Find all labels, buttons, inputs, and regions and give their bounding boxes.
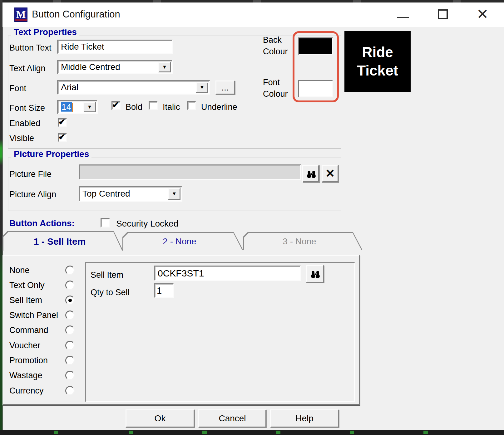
font-browse-button[interactable]: ... <box>215 81 235 95</box>
qty-to-sell-input[interactable]: 1 <box>154 283 174 298</box>
cancel-button-label: Cancel <box>199 413 265 423</box>
tab-2-none[interactable]: 2 - None <box>122 232 243 250</box>
background-left-strip <box>0 0 2 435</box>
window-title: Button Configuration <box>32 9 120 20</box>
cancel-button[interactable]: Cancel <box>198 409 266 428</box>
option-label-voucher: Voucher <box>9 341 40 350</box>
binoculars-icon <box>306 169 316 179</box>
chevron-down-icon: ▼ <box>162 64 167 70</box>
italic-label: Italic <box>163 102 180 112</box>
checkmark-icon: ✔ <box>58 117 66 127</box>
background-mark <box>54 431 58 434</box>
action-detail-box <box>85 262 355 402</box>
picture-align-value: Top Centred <box>82 189 130 199</box>
italic-checkbox[interactable] <box>149 101 158 110</box>
ok-button-label: Ok <box>126 413 194 423</box>
bold-label: Bold <box>126 102 142 112</box>
background-mark <box>202 431 207 434</box>
radio-sell-item[interactable] <box>65 296 75 305</box>
background-mark <box>129 431 133 434</box>
option-label-text-only: Text Only <box>9 281 45 290</box>
option-label-command: Command <box>9 325 48 335</box>
visible-checkbox[interactable]: ✔ <box>58 133 67 142</box>
option-label-currency: Currency <box>9 386 44 396</box>
minimize-button[interactable] <box>389 2 417 22</box>
sell-item-input[interactable]: 0CKF3ST1 <box>154 266 301 281</box>
radio-text-only[interactable] <box>65 281 75 290</box>
checkmark-icon: ✔ <box>58 132 66 142</box>
binoculars-icon <box>310 270 320 279</box>
enabled-label: Enabled <box>9 119 40 128</box>
maximize-icon <box>438 9 448 19</box>
text-align-dropdown[interactable]: Middle Centred ▼ <box>57 60 173 74</box>
clear-x-icon: ✕ <box>323 167 338 180</box>
sell-item-label: Sell Item <box>91 270 123 280</box>
button-text-value: Ride Ticket <box>61 42 104 52</box>
tab-1-sell-item[interactable]: 1 - Sell Item <box>2 231 123 251</box>
enabled-checkbox[interactable]: ✔ <box>58 118 67 127</box>
picture-file-clear-button[interactable]: ✕ <box>322 165 338 182</box>
checkmark-icon: ✔ <box>112 100 119 110</box>
tab-label: 3 - None <box>243 236 356 246</box>
close-icon: ✕ <box>477 6 489 22</box>
option-label-sell-item: Sell Item <box>9 296 42 305</box>
qty-to-sell-label: Qty to Sell <box>91 288 130 297</box>
chevron-down-icon: ▼ <box>200 85 205 90</box>
font-size-dropdown[interactable]: 14 ▼ <box>57 100 98 114</box>
button-text-label: Button Text <box>9 43 52 53</box>
picture-align-label: Picture Align <box>9 190 56 199</box>
background-bottom-strip <box>0 430 504 435</box>
radio-wastage[interactable] <box>65 371 75 380</box>
font-size-value: 14 <box>61 102 73 112</box>
sell-item-search-button[interactable] <box>306 265 324 283</box>
security-locked-label: Security Locked <box>116 219 178 228</box>
app-icon-letter: M <box>16 9 26 20</box>
picture-properties-group-title: Picture Properties <box>11 149 91 159</box>
font-colour-label: Font Colour <box>263 77 288 100</box>
tab-label: 1 - Sell Item <box>2 236 117 247</box>
background-top-strip <box>0 0 504 2</box>
picture-file-search-button[interactable] <box>302 165 319 182</box>
text-caret <box>72 103 73 112</box>
button-text-input[interactable]: Ride Ticket <box>57 40 173 54</box>
text-properties-group-title: Text Properties <box>11 27 79 37</box>
qty-to-sell-value: 1 <box>157 286 162 296</box>
security-locked-checkbox[interactable] <box>101 218 110 227</box>
bold-checkbox[interactable]: ✔ <box>111 101 121 110</box>
radio-currency[interactable] <box>65 386 75 395</box>
radio-voucher[interactable] <box>65 341 75 350</box>
picture-align-dropdown-button[interactable]: ▼ <box>168 188 180 200</box>
chevron-down-icon: ▼ <box>172 191 177 197</box>
radio-switch-panel[interactable] <box>65 310 75 320</box>
help-button[interactable]: Help <box>270 409 339 428</box>
ok-button[interactable]: Ok <box>126 409 195 428</box>
option-label-wastage: Wastage <box>9 371 42 380</box>
picture-file-label: Picture File <box>9 169 52 179</box>
underline-checkbox[interactable] <box>187 101 196 110</box>
background-mark <box>350 431 354 434</box>
radio-command[interactable] <box>65 325 75 335</box>
radio-selected-dot <box>68 299 72 302</box>
picture-align-dropdown[interactable]: Top Centred ▼ <box>79 186 182 202</box>
radio-promotion[interactable] <box>65 356 75 365</box>
radio-none[interactable] <box>65 266 75 275</box>
underline-label: Underline <box>201 102 237 112</box>
font-size-label: Font Size <box>9 103 45 113</box>
font-value: Arial <box>61 82 78 92</box>
screen: M Button Configuration ✕ Text Properties… <box>0 0 504 435</box>
font-size-dropdown-button[interactable]: ▼ <box>83 102 96 112</box>
chevron-down-icon: ▼ <box>87 104 92 110</box>
option-label-none: None <box>9 266 30 275</box>
tab-3-none[interactable]: 3 - None <box>243 232 362 250</box>
help-button-label: Help <box>271 413 338 423</box>
font-label: Font <box>9 84 26 93</box>
picture-file-input[interactable] <box>79 164 301 180</box>
text-align-dropdown-button[interactable]: ▼ <box>158 62 171 72</box>
option-label-promotion: Promotion <box>9 356 48 365</box>
font-dropdown-button[interactable]: ▼ <box>196 82 208 93</box>
annotation-highlight-box <box>293 31 339 102</box>
font-dropdown[interactable]: Arial ▼ <box>57 80 210 95</box>
button-actions-label: Button Actions: <box>9 218 75 228</box>
option-label-switch-panel: Switch Panel <box>9 310 58 320</box>
minimize-icon <box>397 17 409 18</box>
